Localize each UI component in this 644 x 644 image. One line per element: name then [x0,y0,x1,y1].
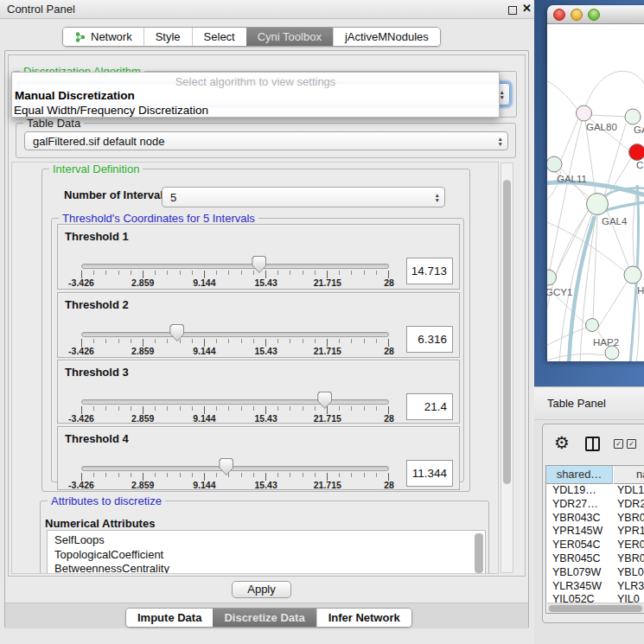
slider-track[interactable] [81,466,389,471]
tab-network[interactable]: Network [63,28,143,46]
scrollbar-thumb[interactable] [549,605,642,612]
slider-track[interactable] [81,399,389,405]
column-header-name[interactable]: name [614,466,644,484]
network-edge[interactable] [550,121,582,270]
network-edge[interactable] [561,118,578,160]
scale-tick-label: -3.426 [68,346,94,356]
table-horizontal-scrollbar[interactable] [547,603,644,614]
network-canvas[interactable]: GAL80GALCGAL11GAL4GCY1HHAP2 [547,24,644,361]
threshold-4-panel: Threshold 4 -3.4262.8599.14415.4321.7152… [57,426,460,490]
scale-tick-label: 28 [384,346,394,356]
top-tab-bar: Network Style Select Cyni Toolbox jActiv… [62,27,441,47]
attribute-item[interactable]: TopologicalCoefficient [48,548,485,563]
network-node[interactable] [605,346,619,360]
table-panel: ⚙ ✓ ✓ shared… name YDL19…YDL1YDR27…YDR2Y… [542,424,644,623]
network-edge[interactable] [547,209,590,322]
number-of-intervals-combobox[interactable]: 5 ▲▼ [162,187,445,207]
list-scrollbar[interactable] [475,533,483,573]
table-row[interactable]: YLR345WYLR3 [546,580,644,594]
network-edge[interactable] [547,328,586,347]
table-row[interactable]: YDR27…YDR2 [546,498,644,512]
group-title: Table Data [23,117,84,130]
float-window-button[interactable] [508,6,517,15]
scale-tick-label: 28 [384,277,394,288]
network-edge[interactable] [547,80,578,111]
group-title: Attributes to discretize [48,494,165,507]
network-edge[interactable] [585,71,644,107]
table-row[interactable]: YPR145WYPR1 [546,525,644,539]
table-row[interactable]: YBR043CYBR0 [546,512,644,526]
numerical-attributes-label: Numerical Attributes [45,517,155,530]
combo-stepper-icon[interactable]: ▲▼ [435,193,440,202]
apply-button[interactable]: Apply [232,581,291,598]
settings-vertical-scrollbar[interactable] [501,163,513,573]
scale-tick-label: -3.426 [68,413,94,424]
tab-style[interactable]: Style [143,28,192,46]
scale-tick-label: -3.426 [68,480,94,490]
attribute-item[interactable]: BetweennessCentrality [48,562,485,574]
network-edge[interactable] [591,115,626,117]
threshold-value-field[interactable]: 21.4 [406,393,453,420]
network-view-window: GAL80GALCGAL11GAL4GCY1HHAP2 [547,5,644,361]
network-window-titlebar[interactable] [547,5,644,24]
bottom-tab-bar: Impute Data Discretize Data Infer Networ… [125,608,412,628]
node-label: GAL11 [557,174,587,184]
tab-infer-network[interactable]: Infer Network [316,609,411,627]
algorithm-dropdown-popup: Select algorithm to view settings Manual… [11,72,500,118]
numerical-attributes-list[interactable]: SelfLoopsTopologicalCoefficientBetweenne… [47,530,486,574]
attribute-item[interactable]: SelfLoops [48,533,485,548]
tab-discretize-data[interactable]: Discretize Data [213,609,316,627]
checkbox-icon[interactable]: ✓ [614,439,623,449]
scale-tick-label: 15.43 [254,480,277,490]
minimize-traffic-light[interactable] [571,9,583,21]
dropdown-item-equal-width-frequency[interactable]: Equal Width/Frequency Discretization [14,104,208,117]
tab-jactivemnodules[interactable]: jActiveMNodules [333,28,440,46]
network-node[interactable] [577,105,592,121]
close-traffic-light[interactable] [553,9,565,21]
network-edge[interactable] [553,293,587,326]
tab-select[interactable]: Select [192,28,246,46]
scale-tick-label: 2.859 [131,346,154,356]
network-node[interactable] [624,266,641,284]
network-node[interactable] [625,109,641,124]
network-edge[interactable] [598,281,628,328]
scale-tick-label: 2.859 [131,277,154,288]
network-edge[interactable] [547,354,605,361]
network-node[interactable] [587,194,609,215]
table-row[interactable]: YDL19…YDL1 [546,484,644,498]
slider-track[interactable] [81,332,389,337]
scale-tick-label: 28 [384,480,394,490]
threshold-label: Threshold 1 [65,230,129,243]
network-node[interactable] [547,270,557,285]
combo-stepper-icon[interactable]: ▲▼ [500,90,505,99]
scale-tick-label: 21.715 [314,413,341,424]
table-data-combobox[interactable]: galFiltered.sif default node ▲▼ [24,131,508,150]
tab-cyni-toolbox[interactable]: Cyni Toolbox [246,28,333,46]
network-edge[interactable] [556,207,590,274]
table-row[interactable]: YBR045CYBR0 [546,552,644,566]
combo-value: 5 [170,191,176,204]
tab-impute-data[interactable]: Impute Data [126,609,213,627]
network-node[interactable] [547,156,562,172]
table-row[interactable]: YBL079WYBL0 [546,566,644,580]
close-icon[interactable]: ✕ [522,2,532,15]
gear-icon[interactable]: ⚙ [554,432,570,453]
split-pane-icon[interactable] [585,437,600,451]
threshold-value-field[interactable]: 11.344 [406,460,453,487]
threshold-label: Threshold 2 [65,298,129,311]
scale-tick-label: 15.43 [254,413,277,424]
dropdown-item-manual-discretization[interactable]: Manual Discretization [15,89,135,102]
panel-title: Control Panel [7,3,75,16]
zoom-traffic-light[interactable] [588,9,600,21]
network-node[interactable] [629,144,644,161]
network-node[interactable] [586,319,599,332]
combo-stepper-icon[interactable]: ▲▼ [498,137,503,146]
column-header-shared[interactable]: shared… [546,466,613,484]
threshold-value-field[interactable]: 6.316 [406,326,453,353]
threshold-value-field[interactable]: 14.713 [406,258,453,284]
checkbox-icon[interactable]: ✓ [627,439,636,449]
scrollbar-thumb[interactable] [503,180,511,484]
table-row[interactable]: YER054CYER0 [546,539,644,552]
slider-track[interactable] [81,264,389,269]
node-label: GAL80 [586,122,617,132]
